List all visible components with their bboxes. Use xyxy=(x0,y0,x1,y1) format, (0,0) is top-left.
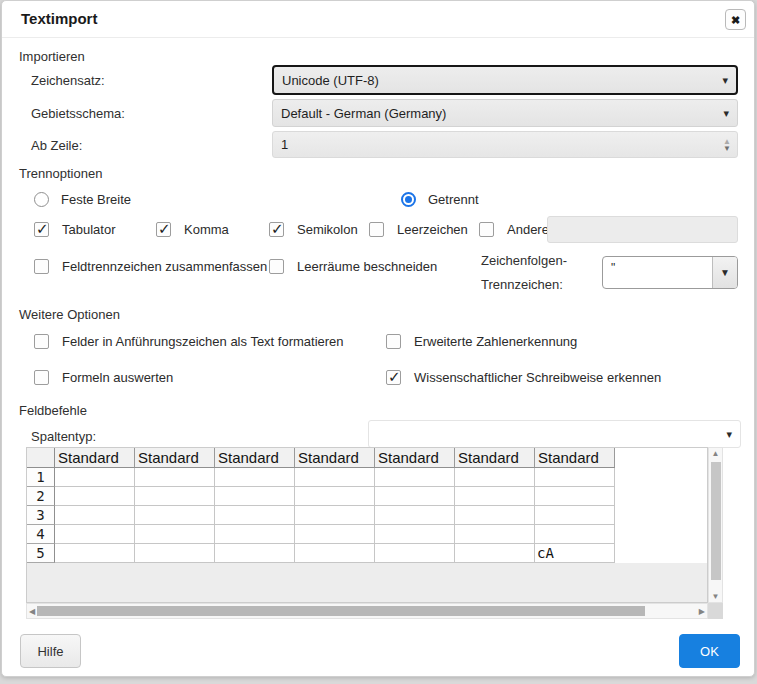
close-button[interactable]: ✖ xyxy=(725,9,746,30)
quoted-as-text-label: Felder in Anführungszeichen als Text for… xyxy=(62,334,344,349)
grid-column-header[interactable]: Standard xyxy=(55,448,135,468)
semikolon-label: Semikolon xyxy=(297,222,358,237)
grid-cell xyxy=(375,506,455,525)
checkbox-icon xyxy=(269,259,284,274)
grid-column-header[interactable]: Standard xyxy=(215,448,295,468)
locale-dropdown[interactable]: Default - German (Germany) ▾ xyxy=(272,99,738,127)
horizontal-scrollbar[interactable]: ◀ ▶ xyxy=(26,603,708,619)
checkbox-andere[interactable]: Andere xyxy=(479,222,549,237)
checkbox-icon xyxy=(34,370,49,385)
checkbox-evaluate-formulas[interactable]: Formeln auswerten xyxy=(34,370,173,385)
grid-column-header[interactable]: Standard xyxy=(375,448,455,468)
string-delimiter-label: Zeichenfolgen- Trennzeichen: xyxy=(481,249,567,297)
horizontal-scrollbar-thumb[interactable] xyxy=(37,606,645,616)
from-row-label: Ab Zeile: xyxy=(31,138,82,153)
charset-value: Unicode (UTF-8) xyxy=(282,73,716,88)
from-row-spinner[interactable]: 1 ▲▼ xyxy=(272,131,738,158)
grid-row: 2 xyxy=(27,487,707,506)
checkbox-special-numbers[interactable]: Erweiterte Zahlenerkennung xyxy=(386,334,577,349)
grid-cell: cA xyxy=(535,544,615,563)
checkbox-icon xyxy=(156,222,171,237)
checkbox-leerzeichen[interactable]: Leerzeichen xyxy=(369,222,468,237)
vertical-scrollbar[interactable]: ▲ ▼ xyxy=(708,447,723,603)
section-fields-label: Feldbefehle xyxy=(19,403,87,418)
checkbox-icon xyxy=(479,222,494,237)
close-icon: ✖ xyxy=(731,14,740,26)
separated-label: Getrennt xyxy=(428,192,479,207)
grid-cell xyxy=(455,506,535,525)
grid-cell xyxy=(215,487,295,506)
ok-button[interactable]: OK xyxy=(679,634,740,668)
checkbox-semikolon[interactable]: Semikolon xyxy=(269,222,358,237)
grid-cell xyxy=(295,506,375,525)
grid-cell xyxy=(55,506,135,525)
other-delimiter-input[interactable] xyxy=(547,216,738,243)
grid-cell xyxy=(55,487,135,506)
locale-value: Default - German (Germany) xyxy=(281,106,717,121)
grid-cell xyxy=(135,468,215,487)
grid-cell xyxy=(135,487,215,506)
grid-header-row: StandardStandardStandardStandardStandard… xyxy=(27,448,707,468)
grid-cell xyxy=(535,525,615,544)
grid-cell xyxy=(375,525,455,544)
vertical-scrollbar-thumb[interactable] xyxy=(711,462,721,580)
radio-separated[interactable]: Getrennt xyxy=(401,192,479,207)
grid-column-header[interactable]: Standard xyxy=(295,448,375,468)
scientific-notation-label: Wissenschaftlicher Schreibweise erkennen xyxy=(414,370,661,385)
grid-cell xyxy=(215,506,295,525)
string-delimiter-value: " xyxy=(603,257,712,288)
grid-cell xyxy=(295,468,375,487)
row-number: 1 xyxy=(27,468,55,487)
grid-column-header[interactable]: Standard xyxy=(135,448,215,468)
scroll-up-icon[interactable]: ▲ xyxy=(709,449,722,458)
radio-icon xyxy=(34,192,49,207)
special-numbers-label: Erweiterte Zahlenerkennung xyxy=(414,334,577,349)
grid-cell xyxy=(375,544,455,563)
checkbox-scientific-notation[interactable]: Wissenschaftlicher Schreibweise erkennen xyxy=(386,370,661,385)
trim-spaces-label: Leerräume beschneiden xyxy=(297,259,437,274)
grid-row: 4 xyxy=(27,525,707,544)
scroll-down-icon[interactable]: ▼ xyxy=(709,592,722,601)
grid-cell xyxy=(55,544,135,563)
grid-viewport: StandardStandardStandardStandardStandard… xyxy=(26,447,708,603)
section-other-options-label: Weitere Optionen xyxy=(19,307,120,322)
grid-cell xyxy=(215,525,295,544)
grid-column-header[interactable]: Standard xyxy=(455,448,535,468)
grid-body: 12345cA xyxy=(27,468,707,563)
scroll-left-icon[interactable]: ◀ xyxy=(29,607,35,616)
checkbox-merge-delimiters[interactable]: Feldtrennzeichen zusammenfassen xyxy=(34,259,267,274)
radio-fixed-width[interactable]: Feste Breite xyxy=(34,192,131,207)
grid-cell xyxy=(455,525,535,544)
grid-cell xyxy=(215,468,295,487)
chevron-down-icon: ▾ xyxy=(723,107,729,120)
checkbox-icon xyxy=(269,222,284,237)
row-number: 5 xyxy=(27,544,55,563)
checkbox-quoted-as-text[interactable]: Felder in Anführungszeichen als Text for… xyxy=(34,334,344,349)
charset-dropdown[interactable]: Unicode (UTF-8) ▾ xyxy=(272,65,738,95)
grid-cell xyxy=(455,544,535,563)
row-number: 4 xyxy=(27,525,55,544)
grid-cell xyxy=(455,487,535,506)
checkbox-tabulator[interactable]: Tabulator xyxy=(34,222,115,237)
chevron-down-icon[interactable]: ▼ xyxy=(712,257,737,288)
help-button[interactable]: Hilfe xyxy=(20,634,81,668)
checkbox-trim-spaces[interactable]: Leerräume beschneiden xyxy=(269,259,437,274)
leerzeichen-label: Leerzeichen xyxy=(397,222,468,237)
chevron-down-icon: ▾ xyxy=(726,428,732,441)
column-type-dropdown[interactable]: ▾ xyxy=(368,420,741,448)
string-delimiter-combobox[interactable]: " ▼ xyxy=(602,256,738,289)
from-row-value: 1 xyxy=(281,137,723,152)
grid-column-header[interactable]: Standard xyxy=(535,448,615,468)
grid-cell xyxy=(535,487,615,506)
grid-cell xyxy=(135,544,215,563)
grid-cell xyxy=(135,525,215,544)
checkbox-komma[interactable]: Komma xyxy=(156,222,229,237)
scroll-right-icon[interactable]: ▶ xyxy=(699,607,705,616)
komma-label: Komma xyxy=(184,222,229,237)
checkbox-icon xyxy=(369,222,384,237)
preview-grid: StandardStandardStandardStandardStandard… xyxy=(26,447,723,619)
grid-cell xyxy=(455,468,535,487)
spinner-arrows-icon[interactable]: ▲▼ xyxy=(723,138,731,152)
checkbox-icon xyxy=(386,334,401,349)
grid-cell xyxy=(295,544,375,563)
